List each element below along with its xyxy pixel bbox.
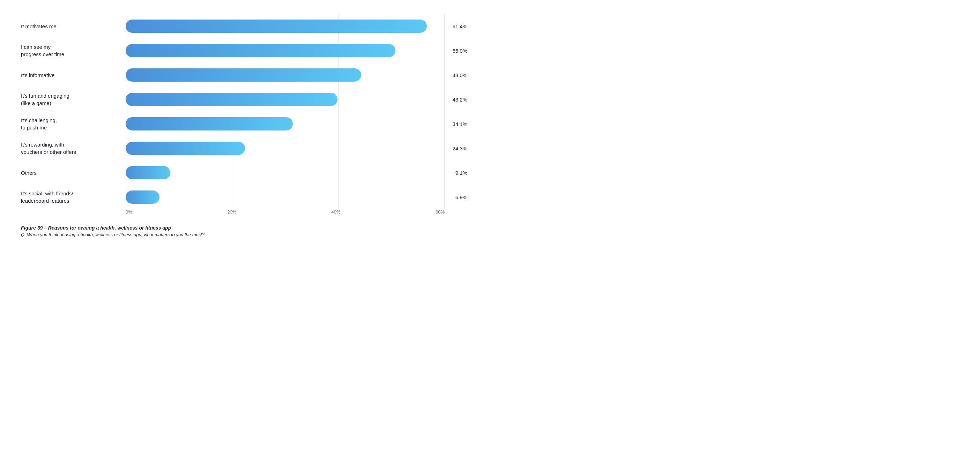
- bar-label: It motivates me: [21, 23, 126, 30]
- bar-label: It's challenging,to push me: [21, 116, 126, 131]
- chart-rows: It motivates me61.4%I can see myprogress…: [21, 14, 469, 209]
- bar-fill: [126, 93, 337, 106]
- bar-fill: [126, 166, 170, 179]
- chart-container: It motivates me61.4%I can see myprogress…: [21, 14, 469, 237]
- bar-value-label: 34.1%: [452, 121, 467, 127]
- x-axis-tick: 40%: [332, 209, 340, 215]
- bar-fill: [126, 44, 395, 57]
- bar-row: Others9.1%: [21, 161, 469, 185]
- bar-section: 9.1%: [126, 166, 469, 179]
- bar-track: 9.1%: [126, 166, 445, 179]
- caption-title: Figure 39 – Reasons for owning a health,…: [21, 225, 469, 231]
- bar-value-label: 9.1%: [455, 170, 467, 176]
- bar-row: It's challenging,to push me34.1%: [21, 111, 469, 136]
- bar-section: 43.2%: [126, 93, 469, 106]
- bar-section: 61.4%: [126, 19, 469, 33]
- x-axis-tick: 0%: [126, 209, 132, 215]
- bar-track: 61.4%: [126, 19, 445, 33]
- bar-row: I can see myprogress over time55.0%: [21, 38, 469, 63]
- bar-section: 48.0%: [126, 68, 469, 82]
- bar-fill: [126, 68, 361, 82]
- bar-track: 24.3%: [126, 142, 445, 155]
- bar-section: 24.3%: [126, 142, 469, 155]
- x-axis-tick: 20%: [227, 209, 236, 215]
- bar-label: I can see myprogress over time: [21, 43, 126, 58]
- bar-row: It motivates me61.4%: [21, 14, 469, 38]
- caption-subtitle: Q: When you think of using a health, wel…: [21, 232, 469, 237]
- bar-value-label: 24.3%: [452, 145, 467, 151]
- bar-value-label: 48.0%: [452, 72, 467, 78]
- x-axis: 0%20%40%60%: [21, 209, 469, 215]
- x-axis-tick: 60%: [436, 209, 445, 215]
- bar-section: 6.9%: [126, 191, 469, 204]
- bar-track: 48.0%: [126, 68, 445, 82]
- bar-row: It's rewarding, withvouchers or other of…: [21, 136, 469, 161]
- bar-section: 34.1%: [126, 117, 469, 130]
- bar-fill: [126, 117, 293, 130]
- bar-value-label: 6.9%: [455, 194, 467, 200]
- bar-track: 6.9%: [126, 191, 445, 204]
- bar-label: It's informative: [21, 72, 126, 79]
- bar-fill: [126, 142, 245, 155]
- bar-value-label: 61.4%: [452, 23, 467, 29]
- bar-row: It's fun and engaging(like a game)43.2%: [21, 87, 469, 111]
- bar-label: Others: [21, 169, 126, 177]
- bar-fill: [126, 191, 159, 204]
- bar-label: It's rewarding, withvouchers or other of…: [21, 141, 126, 156]
- bar-row: It's informative48.0%: [21, 63, 469, 87]
- bar-label: It's social, with friends/leaderboard fe…: [21, 190, 126, 204]
- bar-label: It's fun and engaging(like a game): [21, 92, 126, 107]
- bar-row: It's social, with friends/leaderboard fe…: [21, 185, 469, 209]
- bar-track: 34.1%: [126, 117, 445, 130]
- bar-value-label: 55.0%: [452, 48, 467, 54]
- chart-caption: Figure 39 – Reasons for owning a health,…: [21, 225, 469, 237]
- bar-fill: [126, 19, 427, 33]
- bar-value-label: 43.2%: [452, 97, 467, 103]
- bar-track: 43.2%: [126, 93, 445, 106]
- bar-section: 55.0%: [126, 44, 469, 57]
- bar-track: 55.0%: [126, 44, 445, 57]
